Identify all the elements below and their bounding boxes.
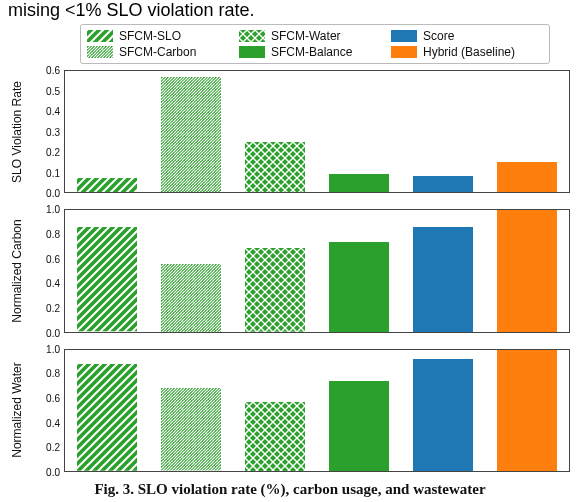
legend-swatch-score xyxy=(391,30,417,42)
svg-rect-7 xyxy=(161,77,221,192)
legend-item-sfcm_carbon: SFCM-Carbon xyxy=(87,45,239,59)
legend-swatch-hybrid xyxy=(391,46,417,58)
bar-hybrid xyxy=(497,210,557,331)
svg-rect-11 xyxy=(245,248,305,332)
legend-item-sfcm_slo: SFCM-SLO xyxy=(87,29,239,43)
bar-sfcm_slo xyxy=(77,364,137,471)
legend-label-hybrid: Hybrid (Baseline) xyxy=(423,45,515,59)
bar-score xyxy=(413,359,473,471)
y-tick: 0.8 xyxy=(46,229,60,240)
bar-hybrid xyxy=(497,350,557,471)
svg-rect-6 xyxy=(77,178,137,192)
bar-sfcm_slo xyxy=(77,227,137,331)
legend-item-sfcm_water: SFCM-Water xyxy=(239,29,391,43)
legend-swatch-sfcm_slo xyxy=(87,30,113,42)
svg-rect-12 xyxy=(77,364,137,471)
legend-label-score: Score xyxy=(423,29,454,43)
legend-label-sfcm_balance: SFCM-Balance xyxy=(271,45,352,59)
plot-area xyxy=(64,349,570,472)
chart-panel: SLO Violation Rate0.00.10.20.30.40.50.6 xyxy=(0,70,570,193)
y-tick: 0.8 xyxy=(46,368,60,379)
bar-score xyxy=(413,176,473,192)
legend-label-sfcm_carbon: SFCM-Carbon xyxy=(119,45,196,59)
y-tick: 0.2 xyxy=(46,303,60,314)
bar-sfcm_carbon xyxy=(161,77,221,192)
svg-rect-8 xyxy=(245,142,305,193)
y-tick: 0.5 xyxy=(46,85,60,96)
legend-item-hybrid: Hybrid (Baseline) xyxy=(391,45,543,59)
svg-rect-9 xyxy=(77,227,137,331)
y-tick: 1.0 xyxy=(46,343,60,354)
legend-label-sfcm_slo: SFCM-SLO xyxy=(119,29,181,43)
legend-item-sfcm_balance: SFCM-Balance xyxy=(239,45,391,59)
svg-rect-3 xyxy=(87,30,113,42)
plot-area xyxy=(64,209,570,332)
bar-sfcm_water xyxy=(245,248,305,332)
bar-sfcm_water xyxy=(245,142,305,193)
legend-item-score: Score xyxy=(391,29,543,43)
bar-hybrid xyxy=(497,162,557,192)
y-tick: 0.0 xyxy=(46,466,60,477)
bar-sfcm_balance xyxy=(329,242,389,332)
svg-rect-5 xyxy=(239,30,265,42)
y-axis-label: SLO Violation Rate xyxy=(10,81,24,183)
y-tick: 0.4 xyxy=(46,417,60,428)
svg-rect-4 xyxy=(87,46,113,58)
bar-sfcm_carbon xyxy=(161,388,221,471)
y-tick: 0.2 xyxy=(46,442,60,453)
y-axis-label: Normalized Carbon xyxy=(10,219,24,322)
svg-rect-10 xyxy=(161,264,221,332)
chart-legend: SFCM-SLOSFCM-Carbon SFCM-WaterSFCM-Balan… xyxy=(80,24,550,64)
y-tick: 0.6 xyxy=(46,393,60,404)
bar-sfcm_water xyxy=(245,402,305,471)
y-tick: 0.0 xyxy=(46,188,60,199)
chart-panel: Normalized Water0.00.20.40.60.81.0 xyxy=(0,349,570,472)
chart-panel: Normalized Carbon0.00.20.40.60.81.0 xyxy=(0,209,570,332)
bar-sfcm_balance xyxy=(329,381,389,471)
y-tick: 0.1 xyxy=(46,167,60,178)
bar-sfcm_balance xyxy=(329,174,389,192)
chart-panels: SLO Violation Rate0.00.10.20.30.40.50.6N… xyxy=(0,70,570,472)
y-tick: 0.4 xyxy=(46,278,60,289)
bar-sfcm_carbon xyxy=(161,264,221,332)
legend-swatch-sfcm_carbon xyxy=(87,46,113,58)
bar-score xyxy=(413,227,473,331)
figure-caption: Fig. 3. SLO violation rate (%), carbon u… xyxy=(0,481,580,498)
bar-sfcm_slo xyxy=(77,178,137,192)
y-tick: 0.3 xyxy=(46,126,60,137)
y-tick: 0.2 xyxy=(46,147,60,158)
y-axis-label: Normalized Water xyxy=(10,363,24,459)
y-tick: 0.4 xyxy=(46,106,60,117)
y-tick: 0.6 xyxy=(46,253,60,264)
legend-label-sfcm_water: SFCM-Water xyxy=(271,29,341,43)
cropped-text-above: mising <1% SLO violation rate. xyxy=(8,0,255,21)
legend-swatch-sfcm_balance xyxy=(239,46,265,58)
svg-rect-14 xyxy=(245,402,305,471)
y-tick: 0.0 xyxy=(46,327,60,338)
plot-area xyxy=(64,70,570,193)
svg-rect-13 xyxy=(161,388,221,471)
y-tick: 1.0 xyxy=(46,204,60,215)
legend-swatch-sfcm_water xyxy=(239,30,265,42)
y-tick: 0.6 xyxy=(46,65,60,76)
